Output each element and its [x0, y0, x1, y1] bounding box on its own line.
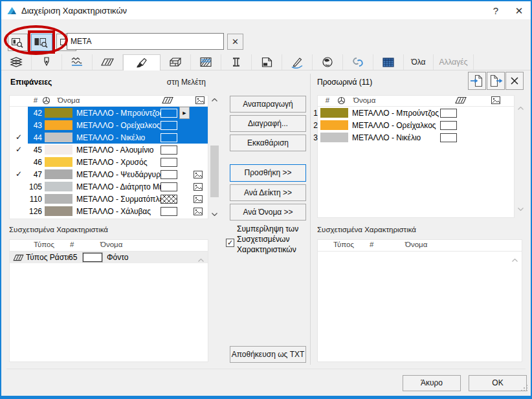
tab-schedules[interactable] — [373, 54, 404, 70]
tab-building-materials[interactable] — [191, 54, 221, 70]
pie-chart-icon — [42, 96, 50, 105]
fill-preview[interactable] — [161, 146, 177, 155]
row-index: 46 — [28, 158, 42, 167]
table-row[interactable]: 2ΜΕΤΑΛΛΟ - Ορείχαλκος — [318, 119, 514, 131]
help-button[interactable]: ? — [484, 2, 507, 19]
table-row[interactable]: 42ΜΕΤΑΛΛΟ - Μπρούντζος▶ — [10, 107, 208, 119]
fill-popup-button[interactable]: ▶ — [179, 107, 190, 119]
table-row[interactable]: ✓44ΜΕΤΑΛΛΟ - Νικέλιο — [10, 131, 208, 144]
row-checkmark — [10, 180, 28, 193]
tab-surfaces[interactable] — [123, 54, 161, 70]
color-swatch — [320, 120, 348, 130]
table-row[interactable]: 110ΜΕΤΑΛΛΟ - Συρματόπλεγμα — [10, 193, 208, 205]
by-name-button[interactable]: Ανά Όνομα >> — [230, 204, 306, 221]
texture-icon — [491, 96, 500, 104]
ok-button[interactable]: OK — [469, 375, 527, 391]
list-header: # Όνομα — [318, 96, 514, 107]
save-as-txt-button[interactable]: Αποθήκευση ως TXT — [230, 346, 306, 363]
fill-preview[interactable] — [440, 109, 457, 118]
row-checkmark — [10, 107, 28, 119]
fill-preview[interactable] — [161, 182, 177, 191]
by-index-button[interactable]: Ανά Δείκτη >> — [230, 184, 306, 201]
scroll-up-button[interactable] — [510, 255, 519, 264]
fill-preview[interactable] — [161, 121, 177, 130]
table-row[interactable]: 126ΜΕΤΑΛΛΟ - Χάλυβας — [10, 205, 208, 217]
open-file-button[interactable] — [468, 72, 486, 90]
tab-layers[interactable] — [1, 54, 32, 70]
row-name: ΜΕΤΑΛΛΟ - Νικέλιο — [352, 133, 440, 142]
purge-button[interactable]: Εκκαθάριση — [230, 135, 306, 151]
row-name: ΜΕΤΑΛΛΟ - Ψευδάργυρος — [76, 170, 161, 179]
list-header: # Όνομα — [10, 96, 208, 107]
color-swatch[interactable] — [83, 253, 102, 262]
tab-fill-types[interactable] — [93, 54, 123, 70]
scroll-thumb[interactable] — [210, 146, 219, 197]
tab-pens[interactable] — [32, 54, 62, 70]
fill-preview[interactable] — [440, 133, 457, 142]
row-main: 126ΜΕΤΑΛΛΟ - Χάλυβας — [28, 205, 208, 217]
table-row[interactable]: 3ΜΕΤΑΛΛΟ - Νικέλιο — [318, 131, 514, 144]
tab-zones[interactable] — [252, 54, 282, 70]
clear-search-button[interactable]: ✕ — [227, 34, 243, 50]
save-file-button[interactable] — [487, 72, 505, 90]
append-button[interactable]: Προσθήκη >> — [230, 164, 306, 182]
duplicate-button[interactable]: Αναπαραγωγή — [230, 96, 306, 113]
tab-markers[interactable] — [282, 54, 313, 70]
cancel-button[interactable]: Άκυρο — [403, 375, 461, 391]
name-column-header: Όνομα — [405, 241, 427, 248]
color-swatch — [45, 120, 72, 130]
tab-operation-profiles[interactable] — [343, 54, 373, 70]
row-index: 43 — [28, 121, 42, 130]
tab-profiles[interactable] — [221, 54, 252, 70]
table-row[interactable]: 105ΜΕΤΑΛΛΟ - Διάτρητο Μικ... — [10, 180, 208, 193]
row-index: 105 — [28, 182, 42, 191]
tab-cities[interactable] — [313, 54, 343, 70]
row-name: ΜΕΤΑΛΛΟ - Αλουμίνιο — [76, 146, 161, 155]
tab-composites[interactable] — [161, 54, 191, 70]
type-column-header: Τύπος — [34, 241, 54, 248]
fill-preview[interactable] — [161, 207, 177, 216]
row-main: 44ΜΕΤΑΛΛΟ - Νικέλιο — [28, 131, 208, 144]
search-mode-first-button[interactable] — [8, 34, 28, 51]
color-swatch — [45, 194, 72, 204]
include-associated-checkbox[interactable]: ✓ — [226, 239, 234, 247]
close-button[interactable]: ✕ — [507, 2, 531, 19]
type-column-header: Τύπος — [333, 241, 354, 248]
scroll-down-button[interactable] — [210, 210, 219, 219]
texture-icon — [194, 171, 204, 178]
fill-preview[interactable] — [161, 195, 177, 204]
color-swatch — [45, 108, 72, 118]
tab-all[interactable]: Όλα — [404, 54, 434, 70]
operation-profiles-icon — [350, 56, 366, 69]
scroll-up-button[interactable] — [516, 103, 525, 113]
index-column-header: # — [29, 96, 42, 104]
surfaces-scrollbar[interactable] — [210, 95, 219, 219]
search-mode-both-button[interactable] — [31, 34, 52, 51]
table-row[interactable]: ✓47ΜΕΤΑΛΛΟ - Ψευδάργυρος — [10, 168, 208, 180]
layers-icon — [8, 56, 24, 69]
table-row[interactable]: ✓45ΜΕΤΑΛΛΟ - Αλουμίνιο — [10, 144, 208, 156]
table-row[interactable]: Τύπος Ράστερ65Φόντο — [10, 252, 208, 263]
row-index: 45 — [28, 146, 42, 155]
index-column-header: # — [370, 241, 373, 248]
delete-button[interactable]: Διαγραφή... — [230, 115, 306, 132]
scroll-up-button[interactable] — [210, 95, 219, 105]
search-input[interactable] — [67, 33, 224, 50]
row-index: 126 — [28, 207, 42, 216]
table-row[interactable]: 46ΜΕΤΑΛΛΟ - Χρυσός — [10, 156, 208, 168]
scroll-down-button[interactable] — [516, 204, 525, 213]
tab-line-types[interactable] — [62, 54, 93, 70]
tab-changes: Αλλαγές — [434, 54, 474, 70]
texture-icon — [194, 208, 204, 215]
clear-temporary-button[interactable] — [505, 72, 524, 90]
table-row[interactable]: 43ΜΕΤΑΛΛΟ - Ορείχαλκος — [10, 119, 208, 131]
fill-preview[interactable] — [161, 109, 177, 118]
fill-preview[interactable] — [440, 121, 457, 130]
fill-preview[interactable] — [161, 158, 177, 167]
fill-preview[interactable] — [161, 133, 177, 142]
row-main: 42ΜΕΤΑΛΛΟ - Μπρούντζος▶ — [28, 107, 208, 119]
fill-preview[interactable] — [161, 170, 177, 179]
pie-chart-icon — [337, 96, 346, 105]
scroll-up-button[interactable] — [196, 255, 205, 264]
table-row[interactable]: 1ΜΕΤΑΛΛΟ - Μπρούντζος — [318, 107, 514, 119]
